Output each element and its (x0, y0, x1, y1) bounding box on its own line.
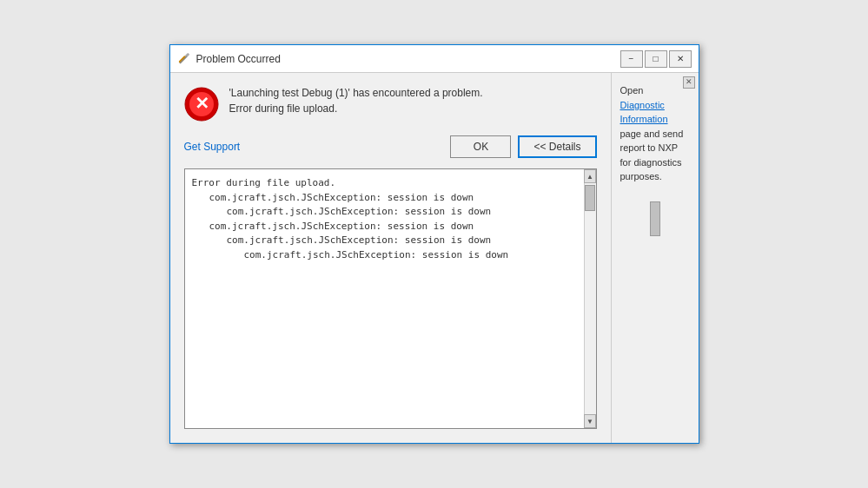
detail-line-4: com.jcraft.jsch.JSchException: session i… (192, 234, 589, 248)
button-group: OK << Details (450, 135, 596, 158)
svg-rect-0 (178, 55, 186, 63)
side-panel: ✕ Open Diagnostic Information page and s… (612, 73, 699, 443)
detail-line-0: Error during file upload. (192, 176, 589, 191)
detail-line-3: com.jcraft.jsch.JSchException: session i… (192, 220, 589, 234)
window-title: Problem Occurred (196, 53, 281, 65)
error-icon: ✕ (184, 87, 219, 122)
scroll-thumb[interactable] (585, 185, 595, 211)
side-open-text: Open (620, 85, 644, 96)
diagnostic-info-link[interactable]: Diagnostic Information (620, 100, 668, 125)
close-button[interactable]: ✕ (669, 50, 692, 68)
error-main-text: 'Launching test Debug (1)' has encounter… (229, 87, 483, 99)
scroll-up-arrow[interactable]: ▲ (584, 169, 596, 183)
maximize-button[interactable]: □ (645, 50, 667, 68)
action-row: Get Support OK << Details (184, 135, 597, 158)
scroll-down-arrow[interactable]: ▼ (584, 414, 596, 428)
side-rest-text: page and send report to NXP for diagnost… (620, 129, 684, 182)
title-bar-left: Problem Occurred (177, 52, 281, 66)
detail-scrollbar[interactable]: ▲ ▼ (584, 169, 596, 428)
hammer-wrench-icon (177, 52, 191, 66)
side-scrollbar-thumb[interactable] (650, 201, 660, 236)
main-panel: ✕ 'Launching test Debug (1)' has encount… (170, 73, 612, 443)
svg-text:✕: ✕ (194, 94, 209, 113)
details-button[interactable]: << Details (518, 135, 596, 158)
error-header: ✕ 'Launching test Debug (1)' has encount… (184, 87, 597, 122)
problem-dialog: Problem Occurred − □ ✕ ✕ 'Launching (169, 44, 699, 444)
detail-line-1: com.jcraft.jsch.JSchException: session i… (192, 191, 589, 206)
side-panel-close-button[interactable]: ✕ (683, 76, 695, 89)
detail-box: Error during file upload. com.jcraft.jsc… (184, 168, 597, 429)
detail-line-2: com.jcraft.jsch.JSchException: session i… (192, 205, 589, 220)
ok-button[interactable]: OK (450, 135, 511, 158)
error-sub-text: Error during file upload. (229, 102, 483, 115)
title-bar: Problem Occurred − □ ✕ (170, 45, 699, 73)
minimize-button[interactable]: − (620, 50, 643, 68)
detail-line-5: com.jcraft.jsch.JSchException: session i… (192, 248, 589, 263)
dialog-content: ✕ 'Launching test Debug (1)' has encount… (170, 73, 699, 443)
error-messages: 'Launching test Debug (1)' has encounter… (229, 87, 483, 115)
detail-content[interactable]: Error during file upload. com.jcraft.jsc… (185, 169, 596, 428)
title-bar-controls: − □ ✕ (620, 50, 692, 68)
get-support-button[interactable]: Get Support (184, 141, 241, 153)
